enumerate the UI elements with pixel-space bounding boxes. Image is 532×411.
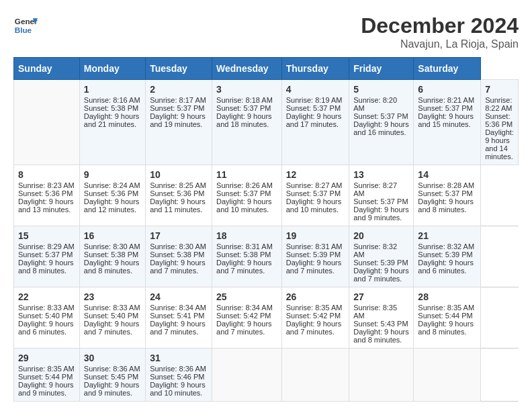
sunset-text: Sunset: 5:37 PM: [286, 104, 345, 112]
day-number: 19: [286, 230, 345, 241]
sunrise-text: Sunrise: 8:24 AM: [84, 181, 141, 189]
sunset-text: Sunset: 5:42 PM: [286, 312, 345, 320]
sunrise-text: Sunrise: 8:30 AM: [150, 242, 208, 250]
day-number: 31: [150, 353, 208, 363]
day-number: 24: [150, 291, 208, 302]
sunset-text: Sunset: 5:38 PM: [216, 250, 277, 259]
sunrise-text: Sunrise: 8:31 AM: [216, 242, 277, 250]
calendar-cell: 5Sunrise: 8:20 AMSunset: 5:37 PMDaylight…: [349, 80, 414, 165]
column-header-thursday: Thursday: [281, 58, 349, 80]
daylight-text: Daylight: 9 hours and 14 minutes.: [485, 128, 514, 161]
calendar-table: SundayMondayTuesdayWednesdayThursdayFrid…: [13, 57, 519, 402]
sunrise-text: Sunrise: 8:20 AM: [353, 96, 409, 112]
day-number: 25: [216, 291, 277, 302]
calendar-cell: 21Sunrise: 8:32 AMSunset: 5:39 PMDayligh…: [414, 226, 481, 287]
day-number: 11: [216, 169, 277, 180]
calendar-cell: 30Sunrise: 8:36 AMSunset: 5:45 PMDayligh…: [79, 349, 145, 402]
sunrise-text: Sunrise: 8:35 AM: [18, 365, 75, 373]
sunrise-text: Sunrise: 8:35 AM: [418, 304, 476, 312]
day-number: 14: [418, 169, 476, 180]
calendar-cell: 29Sunrise: 8:35 AMSunset: 5:44 PMDayligh…: [14, 349, 80, 402]
calendar-cell: 23Sunrise: 8:33 AMSunset: 5:40 PMDayligh…: [79, 287, 145, 349]
calendar-cell: 2Sunrise: 8:17 AMSunset: 5:37 PMDaylight…: [146, 80, 212, 165]
day-number: 23: [84, 291, 141, 302]
day-number: 16: [84, 230, 141, 241]
daylight-text: Daylight: 9 hours and 7 minutes.: [353, 267, 409, 283]
calendar-cell: 17Sunrise: 8:30 AMSunset: 5:38 PMDayligh…: [146, 226, 212, 287]
column-header-tuesday: Tuesday: [146, 58, 212, 80]
sunrise-text: Sunrise: 8:34 AM: [150, 304, 208, 312]
sunrise-text: Sunrise: 8:16 AM: [84, 96, 141, 104]
calendar-cell: 26Sunrise: 8:35 AMSunset: 5:42 PMDayligh…: [281, 287, 349, 349]
sunset-text: Sunset: 5:37 PM: [286, 189, 345, 197]
sunset-text: Sunset: 5:37 PM: [353, 112, 409, 120]
header-row: SundayMondayTuesdayWednesdayThursdayFrid…: [14, 58, 519, 80]
calendar-cell: [414, 349, 481, 402]
day-number: 2: [150, 84, 208, 95]
sunset-text: Sunset: 5:44 PM: [418, 312, 476, 320]
calendar-cell: 9Sunrise: 8:24 AMSunset: 5:36 PMDaylight…: [79, 165, 145, 226]
svg-text:Blue: Blue: [15, 26, 32, 34]
daylight-text: Daylight: 9 hours and 8 minutes.: [418, 320, 476, 336]
calendar-cell: 6Sunrise: 8:21 AMSunset: 5:37 PMDaylight…: [414, 80, 481, 165]
sunset-text: Sunset: 5:37 PM: [216, 189, 277, 197]
day-number: 3: [216, 84, 277, 95]
daylight-text: Daylight: 9 hours and 9 minutes.: [84, 381, 141, 397]
sunset-text: Sunset: 5:36 PM: [485, 112, 514, 128]
calendar-cell: [212, 349, 282, 402]
day-number: 1: [84, 84, 141, 95]
day-number: 28: [418, 291, 476, 302]
column-header-wednesday: Wednesday: [212, 58, 282, 80]
page-header: General Blue December 2024 Navajun, La R…: [13, 13, 519, 50]
column-header-sunday: Sunday: [14, 58, 80, 80]
day-number: 4: [286, 84, 345, 95]
sunrise-text: Sunrise: 8:35 AM: [353, 304, 409, 320]
sunset-text: Sunset: 5:46 PM: [150, 373, 208, 381]
calendar-week-2: 8Sunrise: 8:23 AMSunset: 5:36 PMDaylight…: [14, 165, 519, 226]
day-number: 10: [150, 169, 208, 180]
calendar-cell: 25Sunrise: 8:34 AMSunset: 5:42 PMDayligh…: [212, 287, 282, 349]
sunset-text: Sunset: 5:36 PM: [18, 189, 75, 197]
daylight-text: Daylight: 9 hours and 11 minutes.: [150, 197, 208, 214]
sunrise-text: Sunrise: 8:23 AM: [18, 181, 75, 189]
column-header-saturday: Saturday: [414, 58, 481, 80]
sunrise-text: Sunrise: 8:36 AM: [150, 365, 208, 373]
sunrise-text: Sunrise: 8:36 AM: [84, 365, 141, 373]
sunset-text: Sunset: 5:36 PM: [150, 189, 208, 197]
sunrise-text: Sunrise: 8:21 AM: [418, 96, 476, 104]
sunset-text: Sunset: 5:37 PM: [18, 250, 75, 259]
sunrise-text: Sunrise: 8:30 AM: [84, 242, 141, 250]
day-number: 26: [286, 291, 345, 302]
sunset-text: Sunset: 5:37 PM: [418, 189, 476, 197]
daylight-text: Daylight: 9 hours and 10 minutes.: [216, 197, 277, 214]
daylight-text: Daylight: 9 hours and 16 minutes.: [353, 120, 409, 136]
sunrise-text: Sunrise: 8:29 AM: [18, 242, 75, 250]
column-header-friday: Friday: [349, 58, 414, 80]
daylight-text: Daylight: 9 hours and 18 minutes.: [216, 112, 277, 128]
day-number: 18: [216, 230, 277, 241]
calendar-cell: 4Sunrise: 8:19 AMSunset: 5:37 PMDaylight…: [281, 80, 349, 165]
daylight-text: Daylight: 9 hours and 9 minutes.: [353, 205, 409, 222]
daylight-text: Daylight: 9 hours and 10 minutes.: [286, 197, 345, 214]
location: Navajun, La Rioja, Spain: [361, 38, 519, 50]
sunrise-text: Sunrise: 8:32 AM: [353, 242, 409, 259]
daylight-text: Daylight: 9 hours and 8 minutes.: [353, 328, 409, 344]
calendar-cell: 8Sunrise: 8:23 AMSunset: 5:36 PMDaylight…: [14, 165, 80, 226]
daylight-text: Daylight: 9 hours and 7 minutes.: [216, 320, 277, 336]
daylight-text: Daylight: 9 hours and 10 minutes.: [150, 381, 208, 397]
calendar-week-1: 1Sunrise: 8:16 AMSunset: 5:38 PMDaylight…: [14, 80, 519, 165]
day-number: 7: [485, 84, 514, 95]
day-number: 22: [18, 291, 75, 302]
sunset-text: Sunset: 5:38 PM: [150, 250, 208, 259]
calendar-cell: 24Sunrise: 8:34 AMSunset: 5:41 PMDayligh…: [146, 287, 212, 349]
sunset-text: Sunset: 5:37 PM: [216, 104, 277, 112]
sunrise-text: Sunrise: 8:31 AM: [286, 242, 345, 250]
month-title: December 2024: [361, 13, 519, 38]
sunrise-text: Sunrise: 8:32 AM: [418, 242, 476, 250]
sunset-text: Sunset: 5:39 PM: [353, 259, 409, 267]
day-number: 12: [286, 169, 345, 180]
sunrise-text: Sunrise: 8:27 AM: [353, 181, 409, 197]
calendar-cell: 13Sunrise: 8:27 AMSunset: 5:37 PMDayligh…: [349, 165, 414, 226]
day-number: 27: [353, 291, 409, 302]
day-number: 29: [18, 353, 75, 363]
